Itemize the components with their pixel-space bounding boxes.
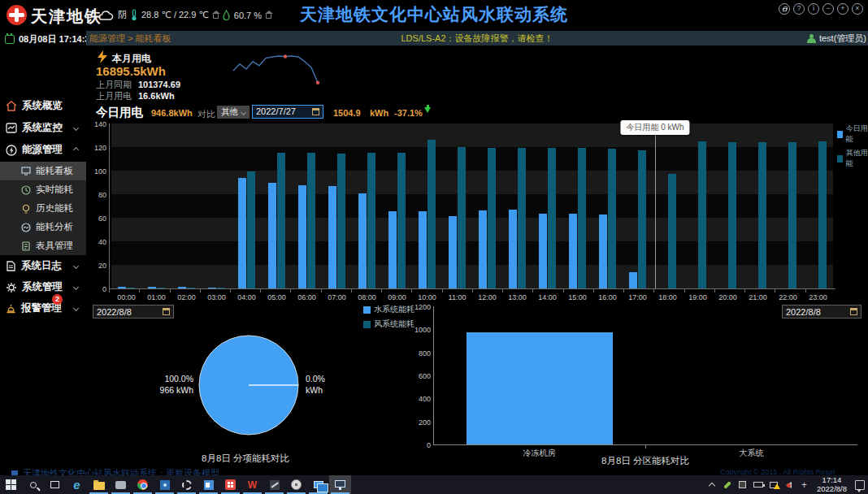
bar-group-12:00[interactable] — [472, 124, 502, 288]
chrome-icon[interactable] — [132, 475, 154, 494]
tray-chevron-up-icon[interactable] — [706, 479, 717, 491]
pie-chart[interactable] — [195, 332, 302, 439]
sidebar-item-history-energy[interactable]: 历史能耗 — [0, 199, 86, 218]
close-icon[interactable]: × — [852, 3, 863, 15]
legend-item-other[interactable]: 其他用能 — [837, 148, 868, 169]
bar-group-07:00[interactable] — [322, 124, 352, 288]
main-chart-plot[interactable] — [111, 124, 833, 288]
zone-bar-group-大系统[interactable] — [645, 306, 857, 444]
bar[interactable] — [758, 142, 766, 288]
blue-window-app-icon[interactable] — [197, 475, 219, 494]
bar-group-16:00[interactable] — [592, 124, 623, 288]
bar[interactable] — [298, 185, 306, 288]
tray-device-icon[interactable] — [737, 479, 748, 491]
bar[interactable] — [728, 142, 736, 288]
sidebar-item-system-management[interactable]: 系统管理 — [0, 276, 86, 298]
bar-group-02:00[interactable] — [171, 124, 202, 288]
sidebar-item-meter-management[interactable]: 表具管理 — [0, 236, 86, 255]
tray-pen-icon[interactable]: + — [799, 479, 809, 491]
network-pc-icon[interactable] — [307, 475, 329, 494]
settings-gear-icon[interactable] — [176, 475, 197, 494]
zone-chart-plot[interactable] — [433, 306, 857, 444]
help-icon[interactable]: ? — [793, 3, 805, 15]
bar-group-04:00[interactable] — [232, 124, 262, 288]
bar[interactable] — [599, 214, 607, 288]
bar-group-11:00[interactable] — [442, 124, 472, 288]
zone-date-input[interactable]: 2022/8/8 — [782, 305, 861, 318]
bar[interactable] — [548, 148, 556, 288]
maximize-icon[interactable]: + — [837, 3, 848, 15]
bar[interactable] — [449, 216, 457, 288]
sidebar-item-energy-analysis[interactable]: 能耗分析 — [0, 218, 86, 236]
tray-volume-muted-icon[interactable] — [783, 479, 794, 491]
task-view-icon[interactable] — [44, 475, 66, 494]
start-button[interactable] — [0, 475, 22, 494]
bar[interactable] — [367, 153, 375, 288]
bar[interactable] — [698, 141, 706, 288]
bar[interactable] — [668, 174, 676, 288]
bar[interactable] — [488, 148, 496, 288]
bar-group-17:00[interactable] — [623, 124, 653, 288]
bar-group-14:00[interactable] — [532, 124, 562, 288]
bar[interactable] — [358, 193, 367, 288]
search-icon[interactable] — [22, 475, 44, 494]
dark-app-icon[interactable] — [263, 475, 285, 494]
bar-group-01:00[interactable] — [141, 124, 171, 288]
bar[interactable] — [608, 149, 616, 288]
zone-bar-group-冷冻机房[interactable] — [433, 306, 645, 444]
bar-group-08:00[interactable] — [352, 124, 382, 288]
bar-group-13:00[interactable] — [502, 124, 532, 288]
bar[interactable] — [268, 183, 276, 288]
bar[interactable] — [638, 150, 646, 288]
bar[interactable] — [277, 153, 285, 288]
user-account[interactable]: test(管理员) — [807, 32, 866, 45]
compare-date-input[interactable]: 2022/7/27 — [252, 105, 323, 119]
bar-group-15:00[interactable] — [562, 124, 592, 288]
main-chart-legend[interactable]: 今日用能 其他用能 — [837, 124, 868, 172]
bar[interactable] — [247, 171, 255, 288]
sidebar-item-overview[interactable]: 系统概览 — [0, 95, 86, 117]
bar[interactable] — [518, 148, 526, 288]
bar[interactable] — [818, 141, 827, 288]
bar[interactable] — [388, 211, 397, 288]
bar[interactable] — [629, 272, 637, 288]
pie-date-input[interactable]: 2022/8/8 — [93, 305, 174, 318]
bar[interactable] — [569, 214, 577, 288]
action-center-icon[interactable] — [854, 479, 865, 491]
bar[interactable] — [578, 148, 586, 288]
bar[interactable] — [788, 142, 796, 288]
wps-icon[interactable]: W — [241, 475, 263, 494]
gray-app-icon[interactable] — [110, 475, 132, 494]
lock-icon[interactable] — [779, 3, 790, 15]
sidebar-item-energy-dashboard[interactable]: 能耗看板 — [0, 162, 86, 180]
bar[interactable] — [337, 154, 345, 288]
tray-network-warning-icon[interactable] — [768, 479, 779, 491]
bar[interactable] — [397, 153, 406, 288]
file-explorer-icon[interactable] — [88, 475, 110, 494]
minimize-icon[interactable]: − — [822, 3, 834, 15]
dvd-app-icon[interactable] — [285, 475, 307, 494]
bar-group-05:00[interactable] — [262, 124, 292, 288]
taskbar-clock[interactable]: 17:14 2022/8/8 — [814, 476, 849, 493]
bar-group-20:00[interactable] — [713, 124, 743, 288]
ie-browser-icon[interactable]: e — [66, 475, 88, 494]
bar[interactable] — [539, 214, 547, 288]
sidebar-item-alarm-management[interactable]: 报警管理 2 — [0, 297, 86, 319]
bar-group-06:00[interactable] — [292, 124, 322, 288]
bar-group-03:00[interactable] — [202, 124, 232, 288]
zone-bar[interactable] — [467, 332, 613, 444]
bar-group-23:00[interactable] — [803, 124, 833, 288]
bar-group-00:00[interactable] — [111, 124, 141, 288]
bar-group-21:00[interactable] — [743, 124, 773, 288]
tray-green-tool-icon[interactable] — [722, 479, 732, 491]
bar-group-19:00[interactable] — [683, 124, 713, 288]
bar[interactable] — [509, 210, 517, 288]
bar[interactable] — [307, 153, 315, 288]
sidebar-item-system-log[interactable]: 系统日志 — [0, 255, 86, 277]
active-monitor-app-icon[interactable] — [329, 475, 351, 494]
compare-select[interactable]: 其他 — [217, 106, 250, 119]
red-app-icon[interactable] — [219, 475, 241, 494]
sidebar-item-energy[interactable]: 能源管理 — [0, 139, 86, 161]
info-icon[interactable]: i — [808, 3, 819, 15]
bar-group-18:00[interactable] — [653, 124, 683, 288]
